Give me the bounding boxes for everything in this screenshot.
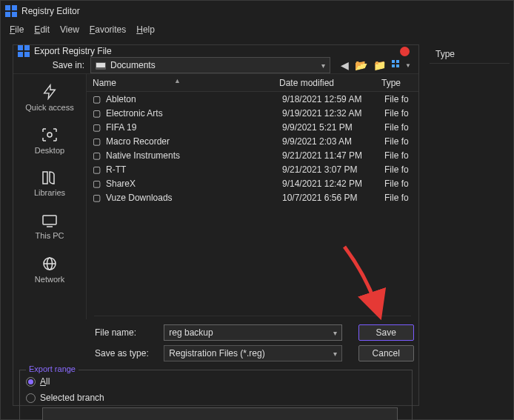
dialog-title: Export Registry File (34, 46, 112, 56)
radio-selected-label: Selected branch (40, 393, 104, 403)
export-dialog: Export Registry File Save in: Documents … (13, 44, 419, 406)
chevron-down-icon[interactable]: ▾ (333, 350, 337, 358)
svg-rect-11 (396, 60, 399, 63)
svg-rect-9 (96, 63, 105, 67)
place-desktop[interactable]: Desktop (13, 120, 86, 161)
svg-rect-12 (392, 64, 395, 67)
save-in-select[interactable]: Documents ▾ (90, 57, 330, 73)
documents-icon (96, 61, 106, 70)
folder-icon: ▢ (93, 109, 103, 118)
file-name: R-TT (106, 164, 282, 175)
file-name: Electronic Arts (106, 108, 282, 119)
menu-file[interactable]: File (10, 24, 24, 35)
file-date: 9/18/2021 12:59 AM (282, 94, 384, 104)
svg-rect-15 (43, 216, 56, 224)
column-date[interactable]: Date modified (279, 78, 381, 88)
background-type-column[interactable]: Type (435, 49, 455, 59)
file-date: 9/19/2021 12:32 AM (282, 108, 384, 119)
save-in-value: Documents (110, 60, 156, 70)
regedit-icon (18, 45, 30, 57)
svg-point-14 (47, 133, 52, 137)
place-libraries[interactable]: Libraries (13, 163, 86, 204)
svg-rect-0 (5, 5, 10, 10)
files-spacer (94, 316, 411, 316)
sort-asc-icon: ▲ (174, 77, 181, 84)
export-range-legend: Export range (26, 364, 79, 373)
file-row[interactable]: ▢Ableton9/18/2021 12:59 AMFile fo (87, 92, 418, 106)
file-type: File fo (384, 136, 418, 147)
up-folder-icon[interactable]: 📂 (355, 59, 367, 71)
menu-help[interactable]: Help (136, 24, 155, 35)
file-row[interactable]: ▢R-TT9/21/2021 3:07 PMFile fo (87, 162, 418, 176)
radio-all-row[interactable]: All (26, 373, 406, 390)
folder-icon: ▢ (93, 95, 103, 104)
save-as-type-label: Save as type: (95, 348, 158, 359)
svg-rect-3 (12, 12, 17, 17)
file-rows: ▢Ableton9/18/2021 12:59 AMFile fo▢Electr… (87, 92, 418, 204)
folder-icon: ▢ (93, 123, 103, 132)
chevron-down-icon: ▾ (321, 61, 325, 70)
new-folder-icon[interactable]: 📁 (373, 59, 386, 71)
places-bar: Quick access Desktop Libraries This PC N… (13, 74, 86, 319)
chevron-down-icon[interactable]: ▾ (333, 329, 337, 337)
folder-icon: ▢ (93, 193, 103, 202)
selected-branch-input[interactable] (42, 407, 398, 420)
place-quick-access[interactable]: Quick access (13, 77, 86, 119)
folder-icon: ▢ (93, 179, 103, 188)
file-type: File fo (384, 108, 418, 119)
file-name: Native Instruments (106, 150, 282, 161)
save-as-type-select[interactable]: Registration Files (*.reg) ▾ (164, 345, 341, 361)
file-row[interactable]: ▢Macro Recorder9/9/2021 2:03 AMFile fo (87, 134, 418, 148)
menubar: File Edit View Favorites Help (1, 21, 513, 38)
menu-edit[interactable]: Edit (34, 24, 50, 35)
svg-rect-7 (24, 52, 30, 57)
file-date: 10/7/2021 6:56 PM (282, 193, 384, 203)
export-range-group: Export range All Selected branch (19, 370, 413, 420)
regedit-icon (5, 5, 17, 17)
file-date: 9/21/2021 3:07 PM (282, 164, 384, 175)
file-type: File fo (384, 193, 418, 203)
save-in-label: Save in: (40, 60, 84, 70)
svg-rect-5 (24, 45, 30, 50)
file-name: FIFA 19 (106, 122, 282, 133)
radio-all-label: All (40, 376, 50, 387)
svg-rect-2 (5, 12, 10, 17)
file-type: File fo (384, 164, 418, 175)
file-name-label: File name: (95, 327, 158, 338)
file-type: File fo (384, 94, 418, 104)
file-row[interactable]: ▢Native Instruments9/21/2021 11:47 PMFil… (87, 148, 418, 162)
views-menu[interactable]: ▼ (392, 60, 411, 70)
file-list-pane: Name▲ Date modified Type ▢Ableton9/18/20… (86, 74, 418, 319)
titlebar: Registry Editor (1, 1, 513, 21)
file-name-input[interactable]: reg backup ▾ (164, 324, 341, 341)
save-in-row: Save in: Documents ▾ ◀ 📂 📁 ▼ (13, 57, 418, 73)
file-row[interactable]: ▢Vuze Downloads10/7/2021 6:56 PMFile fo (87, 190, 418, 204)
dialog-body: Quick access Desktop Libraries This PC N… (13, 73, 418, 319)
file-date: 9/14/2021 12:42 PM (282, 179, 384, 189)
column-name[interactable]: Name▲ (87, 78, 279, 88)
cancel-button[interactable]: Cancel (358, 345, 414, 361)
background-column-header: Type (430, 44, 510, 64)
file-date: 9/9/2021 5:21 PM (282, 122, 384, 133)
file-row[interactable]: ▢Electronic Arts9/19/2021 12:32 AMFile f… (87, 106, 418, 120)
place-this-pc[interactable]: This PC (13, 206, 86, 247)
radio-selected-branch[interactable] (26, 393, 36, 403)
file-name: Ableton (106, 94, 282, 104)
radio-selected-row[interactable]: Selected branch (26, 390, 406, 406)
svg-rect-10 (392, 60, 395, 63)
menu-favorites[interactable]: Favorites (90, 24, 126, 35)
menu-view[interactable]: View (60, 24, 79, 35)
column-headers: Name▲ Date modified Type (87, 74, 418, 92)
file-row[interactable]: ▢FIFA 199/9/2021 5:21 PMFile fo (87, 120, 418, 134)
column-type[interactable]: Type (381, 78, 418, 88)
radio-all[interactable] (26, 377, 36, 387)
back-icon[interactable]: ◀ (341, 59, 349, 71)
file-name: ShareX (106, 179, 282, 189)
svg-rect-6 (18, 52, 23, 57)
file-row[interactable]: ▢ShareX9/14/2021 12:42 PMFile fo (87, 176, 418, 190)
save-button[interactable]: Save (358, 324, 414, 341)
file-date: 9/9/2021 2:03 AM (282, 136, 384, 147)
dialog-titlebar: Export Registry File (13, 45, 418, 57)
place-network[interactable]: Network (13, 249, 86, 290)
file-date: 9/21/2021 11:47 PM (282, 150, 384, 161)
